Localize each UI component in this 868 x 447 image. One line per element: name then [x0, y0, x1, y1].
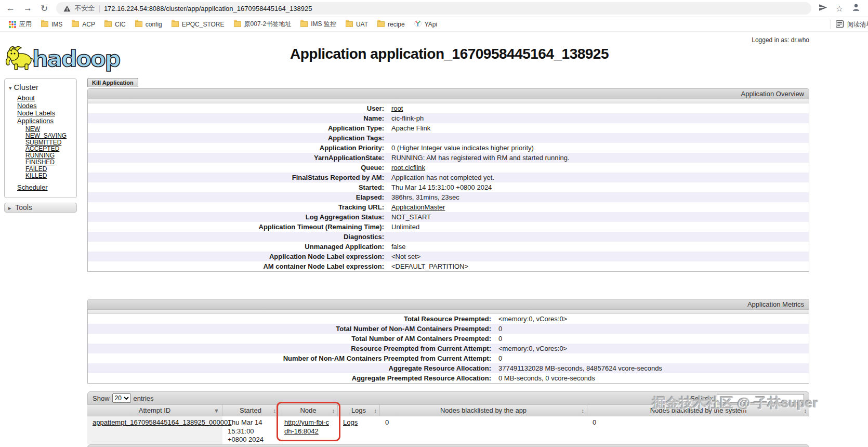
field-label: YarnApplicationState: [88, 154, 391, 162]
page-title: Application application_1670958445164_13… [88, 46, 810, 62]
bookmark-label: 原007-2书签地址 [244, 20, 292, 29]
bookmark-folder[interactable]: CIC [100, 17, 130, 31]
overview-row: Application Node Label expression:<Not s… [88, 252, 809, 261]
user-link[interactable]: root [391, 104, 403, 112]
bookmark-label: YApi [425, 21, 437, 28]
overview-panel-title: Application Overview [88, 89, 809, 99]
bookmark-folder[interactable]: 原007-2书签地址 [229, 17, 296, 31]
tools-section-header[interactable]: ▸ Tools [4, 203, 77, 213]
overview-panel-subheader [88, 99, 809, 103]
bookmark-folder[interactable]: recipe [373, 17, 410, 31]
sidebar-item-scheduler[interactable]: Scheduler [17, 183, 48, 191]
chevron-right-icon: ▸ [8, 205, 11, 211]
metrics-row: Aggregate Resource Allocation:3774911320… [88, 363, 809, 373]
overview-row: Application Tags: [88, 133, 809, 143]
overview-row: User:root [88, 103, 809, 113]
column-header-started[interactable]: Started↕ [222, 405, 279, 416]
overview-row: Unmanaged Application:false [88, 242, 809, 252]
metrics-row: Aggregate Preempted Resource Allocation:… [88, 373, 809, 383]
send-icon[interactable] [819, 4, 827, 14]
sidebar-item-applications[interactable]: Applications [17, 117, 54, 125]
address-bar[interactable]: 不安全 | 172.16.224.54:8088/cluster/app/app… [56, 2, 811, 15]
overview-row: Elapsed:386hrs, 31mins, 23sec [88, 192, 809, 202]
entries-label: entries [134, 395, 154, 402]
page-size-select[interactable]: 20 [112, 393, 131, 403]
field-label: Application Timeout (Remaining Time): [88, 223, 391, 231]
bookmark-label: ACP [82, 21, 95, 28]
field-value: cic-flink-ph [391, 114, 809, 122]
field-value: 0 [498, 335, 809, 343]
forward-icon[interactable]: → [23, 3, 32, 14]
sort-icon: ↕ [374, 405, 377, 416]
sidebar-item-node-labels[interactable]: Node Labels [17, 109, 55, 117]
bookmark-folder[interactable]: IMS [36, 17, 67, 31]
url-text: 172.16.224.54:8088/cluster/app/applicati… [104, 5, 312, 12]
kill-application-button[interactable]: Kill Application [87, 78, 138, 87]
yapi-icon [414, 20, 422, 29]
cluster-section-header[interactable]: ▾Cluster [5, 82, 76, 95]
column-header-node[interactable]: Node↕ [279, 405, 338, 416]
overview-row: Name:cic-flink-ph [88, 113, 809, 123]
metrics-row: Total Number of AM Containers Preempted:… [88, 334, 809, 344]
field-label: Diagnostics: [88, 233, 391, 241]
node-link[interactable]: http://yum-fbi-cdh-16:8042 [284, 418, 329, 435]
apps-menu[interactable]: 应用 [4, 17, 36, 31]
field-value: <memory:0, vCores:0> [498, 315, 809, 323]
bookmark-folder[interactable]: IMS 监控 [296, 17, 341, 31]
cluster-nav-box: ▾Cluster About Nodes Node Labels Applica… [4, 78, 77, 198]
field-label: AM container Node Label expression: [88, 262, 391, 270]
field-value: RUNNING: AM has registered with RM and s… [391, 154, 809, 162]
field-label: Aggregate Preempted Resource Allocation: [88, 374, 498, 382]
field-label: Queue: [88, 164, 391, 172]
not-secure-warning-icon [63, 5, 71, 12]
field-label: Aggregate Resource Allocation: [88, 364, 498, 372]
application-overview-panel: Application Overview User:root Name:cic-… [87, 88, 809, 272]
reading-list-icon [836, 20, 844, 29]
folder-icon [41, 21, 48, 27]
bookmark-star-icon[interactable]: ☆ [836, 4, 843, 14]
bookmark-label: CIC [115, 21, 126, 28]
overview-row: YarnApplicationState:RUNNING: AM has reg… [88, 153, 809, 163]
back-icon[interactable]: ← [6, 3, 15, 14]
sidebar-item-nodes[interactable]: Nodes [17, 102, 37, 110]
column-header-logs[interactable]: Logs↕ [338, 405, 380, 416]
folder-icon [300, 21, 308, 27]
folder-icon [377, 21, 385, 27]
sidebar-item-about[interactable]: About [17, 94, 35, 102]
field-label: FinalStatus Reported by AM: [88, 174, 391, 181]
column-header-blacklisted-app[interactable]: Nodes blacklisted by the app↕ [380, 405, 587, 416]
bookmark-folder[interactable]: UAT [341, 17, 373, 31]
bookmark-label: IMS [51, 21, 62, 28]
logs-link[interactable]: Logs [343, 418, 358, 426]
overview-row: Started:Thu Mar 14 15:31:00 +0800 2024 [88, 182, 809, 192]
field-value: <Not set> [391, 253, 809, 260]
bookmark-folder[interactable]: EPQC_STORE [167, 17, 229, 31]
metrics-panel-title: Application Metrics [88, 299, 809, 310]
profile-avatar-icon[interactable] [851, 3, 861, 14]
column-header-attempt-id[interactable]: Attempt ID▼ [87, 405, 222, 416]
bookmark-folder[interactable]: ACP [67, 17, 100, 31]
field-label: Total Number of Non-AM Containers Preemp… [88, 325, 498, 333]
field-label: Total Number of AM Containers Preempted: [88, 335, 498, 343]
field-label: Total Resource Preempted: [88, 315, 498, 323]
apps-label: 应用 [19, 20, 32, 29]
field-label: Resource Preempted from Current Attempt: [88, 345, 498, 352]
overview-row: Queue:root.cicflink [88, 163, 809, 173]
table-footer-bar [87, 444, 809, 447]
overview-row: AM container Node Label expression:<DEFA… [88, 261, 809, 271]
field-value: false [391, 243, 809, 251]
reload-icon[interactable]: ↻ [41, 3, 48, 14]
bookmark-yapi[interactable]: YApi [410, 17, 442, 31]
bookmark-folder[interactable]: config [130, 17, 167, 31]
attempt-id-link[interactable]: appattempt_1670958445164_138925_000001 [93, 418, 231, 426]
tracking-url-link[interactable]: ApplicationMaster [391, 203, 445, 211]
reading-list[interactable]: 阅读清单 [836, 17, 868, 32]
field-value: Unlimited [391, 223, 809, 231]
reading-list-label: 阅读清单 [847, 20, 868, 29]
field-value: 0 [498, 325, 809, 333]
watermark: 掘金技术社区 @ 子林super [652, 394, 818, 412]
field-label: Started: [88, 183, 391, 191]
queue-link[interactable]: root.cicflink [391, 164, 425, 172]
field-value: NOT_START [391, 213, 809, 221]
sidebar-state-killed[interactable]: KILLED [25, 172, 47, 179]
